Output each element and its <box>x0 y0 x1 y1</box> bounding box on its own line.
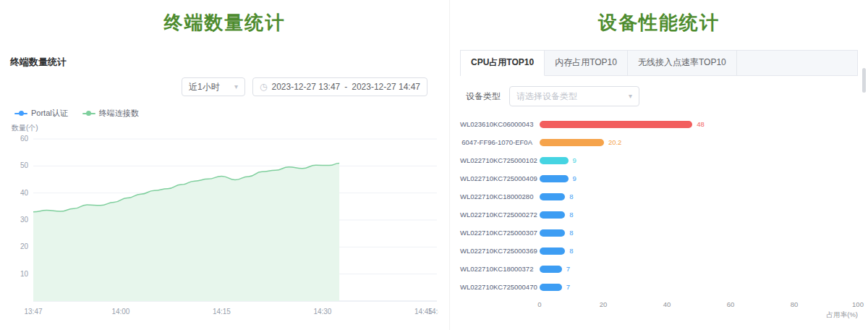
bar-track: 20.2 <box>540 138 858 146</box>
bar-value-label: 7 <box>566 265 570 273</box>
clock-icon: ◷ <box>260 82 267 92</box>
bar-value-label: 20.2 <box>608 138 622 146</box>
tab[interactable]: CPU占用TOP10 <box>461 51 545 76</box>
x-axis-tick: 20 <box>600 300 608 308</box>
x-axis-tick: 60 <box>727 300 735 308</box>
bar-category-label: WL022710KC725000102 <box>460 156 540 164</box>
svg-text:50: 50 <box>20 161 29 169</box>
bar-track: 7 <box>540 265 858 273</box>
device-type-label: 设备类型 <box>466 90 501 103</box>
chart-legend: Portal认证终端连接数 <box>14 108 439 119</box>
dashboard: 终端数量统计 终端数量统计 近1小时 ▾ ◷ 2023-12-27 13:47 … <box>0 0 868 330</box>
device-performance-panel: 设备性能统计 CPU占用TOP10内存占用TOP10无线接入点速率TOP10 设… <box>450 0 868 330</box>
bar-category-label: WL022710KC725000307 <box>460 229 540 237</box>
bar-track: 9 <box>540 174 858 182</box>
bar-row: WL022710KC7250002728 <box>460 206 858 224</box>
x-axis-tick: 40 <box>663 300 671 308</box>
svg-text:14:30: 14:30 <box>313 308 331 316</box>
bar <box>540 266 562 273</box>
bar-track: 9 <box>540 156 858 164</box>
bar-track: 8 <box>540 192 858 200</box>
tab[interactable]: 内存占用TOP10 <box>545 51 628 75</box>
bar-row: WL022710KC180003727 <box>460 260 858 278</box>
bar <box>540 193 565 200</box>
bar-row: 6047-FF96-1070-EF0A20.2 <box>460 133 858 151</box>
bar-row: WL022710KC7250003698 <box>460 242 858 260</box>
bar-value-label: 9 <box>573 174 576 182</box>
chevron-down-icon: ▾ <box>234 83 238 90</box>
bar-track: 7 <box>540 283 858 291</box>
y-axis-name: 数量(个) <box>12 123 439 133</box>
date-separator: - <box>344 82 347 92</box>
bar-value-label: 8 <box>569 247 573 255</box>
terminal-count-line-chart: 10203040506013:4714:0014:1514:3014:4514:… <box>10 133 438 318</box>
svg-text:40: 40 <box>20 189 29 197</box>
scrollbar[interactable] <box>862 68 866 93</box>
device-type-filter-row: 设备类型 请选择设备类型 ▾ <box>466 86 858 106</box>
bar-chart-x-axis: 占用率(%) 020406080100 <box>540 300 858 323</box>
svg-text:60: 60 <box>20 135 29 143</box>
bar <box>540 284 562 291</box>
svg-text:30: 30 <box>20 216 29 224</box>
bar <box>540 175 569 182</box>
terminal-count-panel: 终端数量统计 终端数量统计 近1小时 ▾ ◷ 2023-12-27 13:47 … <box>0 0 450 330</box>
x-axis-tick: 100 <box>852 300 864 308</box>
bar-value-label: 7 <box>566 283 570 291</box>
chevron-down-icon: ▾ <box>629 93 632 100</box>
svg-text:20: 20 <box>20 242 29 250</box>
device-type-select[interactable]: 请选择设备类型 ▾ <box>509 86 639 106</box>
x-axis-name: 占用率(%) <box>827 310 858 320</box>
bar-row: WL022710KC180002808 <box>460 187 858 206</box>
time-range-select[interactable]: 近1小时 ▾ <box>182 77 245 96</box>
bar-category-label: WL022710KC725000409 <box>460 174 540 182</box>
performance-tabs: CPU占用TOP10内存占用TOP10无线接入点速率TOP10 <box>460 50 858 76</box>
left-page-title: 终端数量统计 <box>10 10 439 35</box>
terminal-count-card: 终端数量统计 近1小时 ▾ ◷ 2023-12-27 13:47 - 2023-… <box>10 50 439 321</box>
x-axis-tick: 80 <box>791 300 799 308</box>
bar-category-label: WL023610KC06000043 <box>460 120 540 128</box>
tab[interactable]: 无线接入点速率TOP10 <box>628 51 737 75</box>
bar-track: 8 <box>540 211 858 219</box>
bar-value-label: 8 <box>569 192 573 200</box>
bar-row: WL023610KC0600004348 <box>460 115 858 133</box>
bar-value-label: 8 <box>569 211 573 219</box>
bar <box>540 229 565 237</box>
bar-track: 8 <box>540 247 858 255</box>
legend-label: 终端连接数 <box>99 108 139 119</box>
tabs-filler <box>737 51 857 75</box>
device-type-placeholder: 请选择设备类型 <box>516 90 577 103</box>
bar-row: WL022710KC7250004707 <box>460 278 858 296</box>
svg-text:14:00: 14:00 <box>111 308 129 316</box>
date-start: 2023-12-27 13:47 <box>272 82 341 92</box>
bar <box>540 211 565 219</box>
bar <box>540 248 565 255</box>
time-range-value: 近1小时 <box>189 81 220 93</box>
bar-category-label: WL022710KC18000372 <box>460 265 540 273</box>
legend-label: Portal认证 <box>31 108 68 119</box>
legend-item[interactable]: 终端连接数 <box>82 108 139 119</box>
legend-marker-icon <box>14 113 27 114</box>
right-page-title: 设备性能统计 <box>460 10 858 35</box>
bar-row: WL022710KC7250004099 <box>460 169 858 187</box>
bar-value-label: 9 <box>573 156 576 164</box>
svg-text:13:47: 13:47 <box>24 308 42 316</box>
bar <box>540 139 604 146</box>
svg-text:14:15: 14:15 <box>213 308 231 316</box>
chart-controls: 近1小时 ▾ ◷ 2023-12-27 13:47 - 2023-12-27 1… <box>10 77 439 96</box>
bar-track: 48 <box>540 120 858 128</box>
bar-track: 8 <box>540 229 858 237</box>
date-range-picker[interactable]: ◷ 2023-12-27 13:47 - 2023-12-27 14:47 <box>252 77 427 96</box>
bar-category-label: WL022710KC725000272 <box>460 211 540 219</box>
bar-category-label: WL022710KC725000470 <box>460 283 540 291</box>
bar-value-label: 48 <box>697 120 705 128</box>
bar-value-label: 8 <box>569 229 573 237</box>
bar-category-label: 6047-FF96-1070-EF0A <box>460 138 540 146</box>
date-end: 2023-12-27 14:47 <box>352 82 420 92</box>
x-axis-tick: 0 <box>537 300 541 308</box>
cpu-top10-bar-chart: WL023610KC06000043486047-FF96-1070-EF0A2… <box>460 115 858 296</box>
bar <box>540 157 569 164</box>
bar-row: WL022710KC7250003078 <box>460 224 858 242</box>
bar <box>540 121 692 128</box>
legend-item[interactable]: Portal认证 <box>14 108 68 119</box>
svg-text:10: 10 <box>20 270 29 278</box>
